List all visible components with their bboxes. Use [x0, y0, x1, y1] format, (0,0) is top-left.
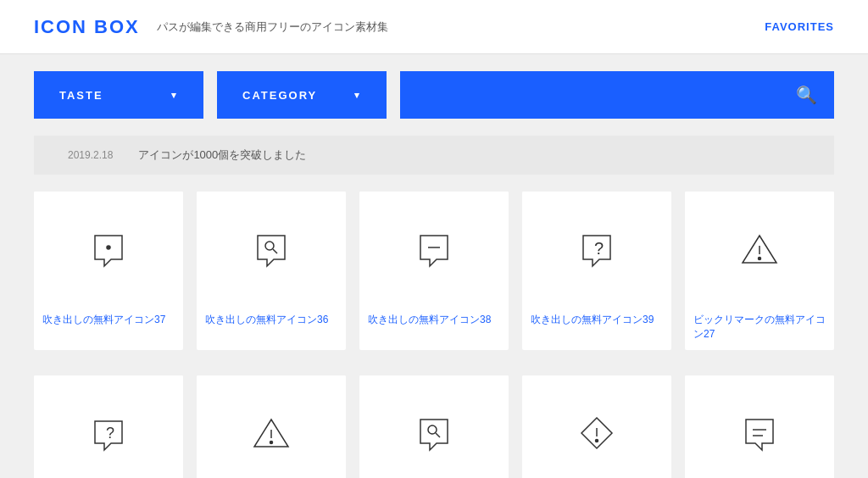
- taste-dropdown[interactable]: TASTE ▾: [34, 71, 203, 119]
- header-left: ICON BOX パスが編集できる商用フリーのアイコン素材集: [34, 16, 388, 38]
- icon-card-image: [522, 375, 671, 478]
- filter-bar: TASTE ▾ CATEGORY ▾ 🔍: [0, 54, 868, 136]
- svg-point-12: [428, 425, 437, 434]
- search-icon: 🔍: [796, 85, 817, 105]
- taste-label: TASTE: [59, 89, 103, 102]
- icon-card-image: [197, 375, 346, 478]
- icon-card[interactable]: 吹き出しの無料アイコン37: [34, 192, 183, 350]
- icon-card-image: ?: [522, 192, 671, 306]
- news-bar: 2019.2.18 アイコンが1000個を突破しました: [34, 136, 834, 175]
- icon-card-label: ビックリマークの無料アイコン27: [685, 306, 834, 350]
- news-date: 2019.2.18: [68, 149, 113, 161]
- svg-text:?: ?: [594, 239, 604, 258]
- icon-card[interactable]: ? 吹き出しの無料アイコン: [34, 375, 183, 478]
- icon-card[interactable]: 吹き出しの無料アイコン: [359, 375, 509, 478]
- svg-line-2: [273, 249, 277, 253]
- category-chevron-icon: ▾: [354, 90, 361, 101]
- category-label: CATEGORY: [242, 89, 317, 102]
- icon-card-image: [685, 375, 834, 478]
- icon-grid-row2: ? 吹き出しの無料アイコン ビックリマークの無料アイコン 吹き出しの無料アイコン…: [0, 375, 868, 478]
- icon-card-image: [197, 192, 346, 306]
- search-bar[interactable]: 🔍: [400, 71, 834, 119]
- icon-card[interactable]: ビックリマークの無料アイコン27: [685, 192, 834, 350]
- icon-card[interactable]: ビックリマークの無料アイコン: [197, 375, 346, 478]
- icon-card-image: [34, 192, 183, 306]
- icon-card-image: ?: [34, 375, 183, 478]
- svg-point-7: [759, 257, 761, 259]
- favorites-link[interactable]: FAVORITES: [765, 20, 834, 33]
- svg-line-13: [436, 433, 440, 437]
- icon-card-label: 吹き出しの無料アイコン38: [359, 306, 509, 336]
- news-text: アイコンが1000個を突破しました: [138, 147, 306, 163]
- category-dropdown[interactable]: CATEGORY ▾: [217, 71, 387, 119]
- icon-card[interactable]: 吹き出しの無料アイコン: [685, 375, 834, 478]
- header: ICON BOX パスが編集できる商用フリーのアイコン素材集 FAVORITES: [0, 0, 868, 54]
- icon-grid-row1: 吹き出しの無料アイコン37 吹き出しの無料アイコン36 吹き出しの無料アイコン3…: [0, 192, 868, 375]
- svg-point-1: [265, 242, 274, 250]
- icon-card-image: [359, 192, 509, 306]
- svg-point-0: [107, 246, 110, 249]
- taste-chevron-icon: ▾: [171, 90, 178, 101]
- logo: ICON BOX: [34, 16, 140, 38]
- site-subtitle: パスが編集できる商用フリーのアイコン素材集: [157, 19, 388, 35]
- icon-card-label: 吹き出しの無料アイコン36: [197, 306, 346, 336]
- icon-card[interactable]: ? 吹き出しの無料アイコン39: [522, 192, 671, 350]
- icon-card[interactable]: 吹き出しの無料アイコン38: [359, 192, 509, 350]
- icon-card-image: [359, 375, 509, 478]
- svg-point-11: [270, 441, 273, 443]
- svg-text:?: ?: [106, 425, 114, 442]
- svg-point-16: [596, 439, 598, 442]
- icon-card-label: 吹き出しの無料アイコン39: [522, 306, 671, 336]
- icon-card-label: 吹き出しの無料アイコン37: [34, 306, 183, 336]
- icon-card[interactable]: ダイヤのアイコン: [522, 375, 671, 478]
- icon-card[interactable]: 吹き出しの無料アイコン36: [197, 192, 346, 350]
- icon-card-image: [685, 192, 834, 306]
